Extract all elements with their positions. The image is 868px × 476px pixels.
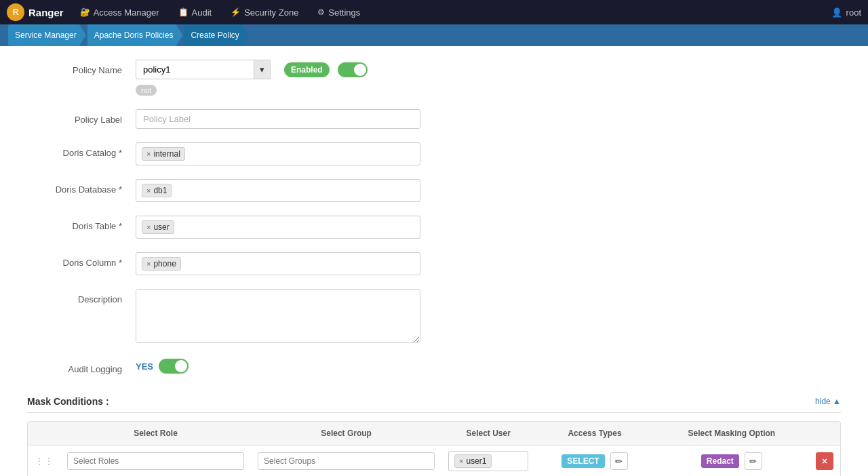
doris-column-label: Doris Column *: [27, 252, 136, 268]
delete-cell: ×: [809, 445, 840, 477]
drag-col-header: [28, 422, 60, 445]
breadcrumb-service-manager[interactable]: Service Manager: [8, 24, 86, 46]
doris-table-tag: × user: [142, 220, 174, 234]
select-roles-input[interactable]: [67, 452, 244, 470]
masking-option-badge[interactable]: Redact: [701, 454, 739, 468]
policy-label-input[interactable]: [136, 109, 420, 129]
doris-catalog-tag-value: internal: [153, 149, 180, 159]
doris-column-field: × phone: [136, 252, 420, 275]
breadcrumb-apache-doris-policies[interactable]: Apache Doris Policies: [87, 24, 183, 46]
user-tag-remove[interactable]: ×: [459, 457, 463, 465]
policy-name-dropdown-btn[interactable]: ▾: [254, 60, 271, 79]
doris-database-tag-value: db1: [153, 186, 167, 195]
nav-access-manager-label: Access Manager: [94, 7, 159, 18]
table-header: Select Role Select Group Select User Acc…: [28, 422, 840, 445]
audit-logging-label: Audit Logging: [27, 359, 136, 374]
user-tag-value: user1: [467, 456, 487, 466]
nav-audit-label: Audit: [192, 7, 212, 18]
nav-audit[interactable]: 📋 Audit: [170, 0, 220, 24]
user-tag: × user1: [454, 454, 491, 468]
user-menu[interactable]: 👤 root: [831, 7, 861, 18]
access-type-badge[interactable]: SELECT: [561, 454, 604, 468]
description-textarea[interactable]: [136, 289, 420, 343]
table-row: ⋮⋮ × user1: [28, 445, 840, 477]
enabled-toggle[interactable]: [338, 62, 368, 77]
user-icon: 👤: [831, 7, 842, 18]
policy-name-field: ▾ Enabled not: [136, 60, 420, 96]
doris-column-input[interactable]: × phone: [136, 252, 420, 275]
audit-logging-row: Audit Logging YES: [27, 359, 841, 374]
doris-catalog-tag-remove[interactable]: ×: [146, 150, 151, 158]
drag-handle-icon[interactable]: ⋮⋮: [35, 456, 54, 467]
role-cell: [60, 445, 251, 477]
hide-link[interactable]: hide ▲: [815, 397, 841, 406]
logo-text: Ranger: [28, 7, 64, 18]
mask-conditions-box: Select Role Select Group Select User Acc…: [27, 421, 841, 476]
doris-column-row: Doris Column * × phone: [27, 252, 841, 275]
nav-settings-label: Settings: [328, 7, 360, 18]
doris-table-input[interactable]: × user: [136, 216, 420, 239]
audit-toggle-wrap: YES: [136, 359, 420, 374]
mask-conditions-title: Mask Conditions :: [27, 396, 109, 407]
nav-settings[interactable]: ⚙ Settings: [309, 0, 368, 24]
action-col-header: [809, 422, 840, 445]
not-badge: not: [136, 85, 157, 96]
doris-catalog-field: × internal: [136, 142, 420, 165]
mask-conditions-table: Select Role Select Group Select User Acc…: [28, 422, 840, 476]
pencil-icon: ✏: [615, 456, 623, 467]
user-cell: × user1: [441, 445, 535, 477]
masking-pencil-icon: ✏: [749, 456, 757, 467]
access-types-header: Access Types: [535, 422, 654, 445]
doris-database-row: Doris Database * × db1: [27, 179, 841, 202]
policy-toggles: Enabled: [284, 62, 368, 77]
doris-database-input[interactable]: × db1: [136, 179, 420, 202]
doris-table-row: Doris Table * × user: [27, 216, 841, 239]
breadcrumb-create-policy[interactable]: Create Policy: [184, 24, 248, 46]
select-group-header: Select Group: [251, 422, 441, 445]
policy-label-row: Policy Label: [27, 109, 841, 129]
description-field: [136, 289, 420, 345]
doris-column-tag-remove[interactable]: ×: [146, 260, 151, 268]
main-content: Policy Name ▾ Enabled not Policy Label: [0, 46, 868, 476]
doris-database-tag-remove[interactable]: ×: [146, 186, 151, 195]
user-name: root: [846, 7, 861, 18]
group-cell: [251, 445, 441, 477]
logo[interactable]: R Ranger: [7, 3, 64, 21]
select-groups-input[interactable]: [258, 452, 435, 470]
masking-option-header: Select Masking Option: [654, 422, 809, 445]
audit-icon: 📋: [178, 7, 189, 17]
policy-name-label: Policy Name: [27, 60, 136, 75]
doris-database-field: × db1: [136, 179, 420, 202]
select-user-header: Select User: [441, 422, 535, 445]
nav-security-zone-label: Security Zone: [244, 7, 298, 18]
settings-icon: ⚙: [317, 7, 325, 17]
policy-name-wrapper: ▾: [136, 60, 271, 79]
lock-icon: 🔐: [80, 7, 90, 17]
audit-toggle-knob: [175, 360, 187, 372]
policy-label-field: [136, 109, 420, 129]
doris-catalog-input[interactable]: × internal: [136, 142, 420, 165]
doris-database-tag: × db1: [142, 184, 172, 197]
doris-catalog-row: Doris Catalog * × internal: [27, 142, 841, 165]
top-navigation: R Ranger 🔐 Access Manager 📋 Audit ⚡ Secu…: [0, 0, 868, 24]
doris-column-tag-value: phone: [153, 259, 176, 269]
security-icon: ⚡: [231, 7, 241, 17]
nav-security-zone[interactable]: ⚡ Security Zone: [222, 0, 307, 24]
doris-table-tag-remove[interactable]: ×: [146, 223, 151, 231]
select-role-header: Select Role: [60, 422, 251, 445]
nav-access-manager[interactable]: 🔐 Access Manager: [72, 0, 167, 24]
policy-name-input[interactable]: [136, 60, 254, 79]
delete-row-btn[interactable]: ×: [816, 452, 833, 470]
description-row: Description: [27, 289, 841, 345]
enabled-badge: Enabled: [284, 62, 330, 77]
doris-table-field: × user: [136, 216, 420, 239]
doris-catalog-tag: × internal: [142, 147, 185, 161]
audit-logging-toggle[interactable]: [159, 359, 189, 374]
masking-option-edit-btn[interactable]: ✏: [745, 452, 762, 470]
doris-database-label: Doris Database *: [27, 179, 136, 195]
masking-option-cell: Redact ✏: [654, 445, 809, 477]
breadcrumb: Service Manager Apache Doris Policies Cr…: [0, 24, 868, 46]
audit-yes-label: YES: [136, 361, 153, 372]
toggle-knob: [354, 64, 366, 76]
access-type-edit-btn[interactable]: ✏: [610, 452, 628, 470]
